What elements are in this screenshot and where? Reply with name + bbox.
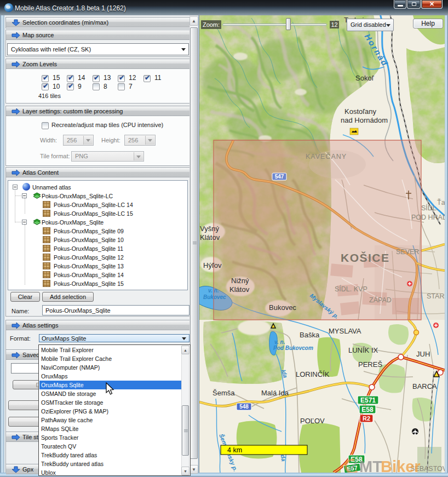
svg-text:Klátov: Klátov <box>200 233 220 242</box>
svg-text:MYSLAVA: MYSLAVA <box>329 327 361 335</box>
svg-text:Šemša: Šemša <box>212 389 235 397</box>
svg-text:KAVEČANY: KAVEČANY <box>306 152 347 160</box>
svg-text:PEREŠ: PEREŠ <box>358 360 382 369</box>
svg-text:Hýľov: Hýľov <box>203 261 222 269</box>
svg-text:BARCA: BARCA <box>412 382 437 390</box>
svg-text:Biker: Biker <box>381 458 421 473</box>
svg-text:Bukovec: Bukovec <box>203 294 226 300</box>
svg-text:nad Hornádom: nad Hornádom <box>341 116 388 124</box>
svg-text:LORINČÍK: LORINČÍK <box>296 370 330 378</box>
svg-text:Kostoľany: Kostoľany <box>344 107 376 116</box>
svg-text:Sokoľ: Sokoľ <box>355 74 374 82</box>
svg-text:JUH: JUH <box>416 350 430 358</box>
svg-text:Vyšný: Vyšný <box>200 225 219 233</box>
svg-text:POD HRADOVOU: POD HRADOVOU <box>411 214 445 221</box>
svg-text:Malá Ida: Malá Ida <box>261 389 289 397</box>
svg-text:LUNÍK IX: LUNÍK IX <box>348 346 378 354</box>
svg-text:v. n.: v. n. <box>208 288 219 294</box>
svg-text:v. n.: v. n. <box>274 339 285 345</box>
svg-text:SEVER: SEVER <box>396 248 419 256</box>
svg-text:POĽOV: POĽOV <box>300 417 325 425</box>
svg-text:E571: E571 <box>360 396 376 404</box>
svg-text:R2: R2 <box>363 415 370 422</box>
svg-text:KOŠICE: KOŠICE <box>341 251 390 264</box>
svg-text:ZÁPAD: ZÁPAD <box>369 296 392 304</box>
svg-text:548: 548 <box>239 404 249 410</box>
svg-text:Nižný: Nižný <box>231 277 249 285</box>
svg-text:Bukovec: Bukovec <box>269 303 296 312</box>
svg-text:SÍDL. KVP: SÍDL. KVP <box>335 285 367 293</box>
svg-text:SÍDL.: SÍDL. <box>421 204 438 212</box>
svg-text:547: 547 <box>275 174 284 180</box>
svg-text:MT: MT <box>359 458 382 473</box>
svg-text:Klátov: Klátov <box>229 285 250 294</box>
svg-text:4 km: 4 km <box>227 446 242 454</box>
svg-text:Ťa: Ťa <box>437 198 445 206</box>
svg-text:Pod Bukovcom: Pod Bukovcom <box>273 345 313 351</box>
svg-text:E58: E58 <box>361 406 374 413</box>
svg-text:Baška: Baška <box>300 331 320 339</box>
svg-text:STARÉ: STARÉ <box>427 292 445 300</box>
